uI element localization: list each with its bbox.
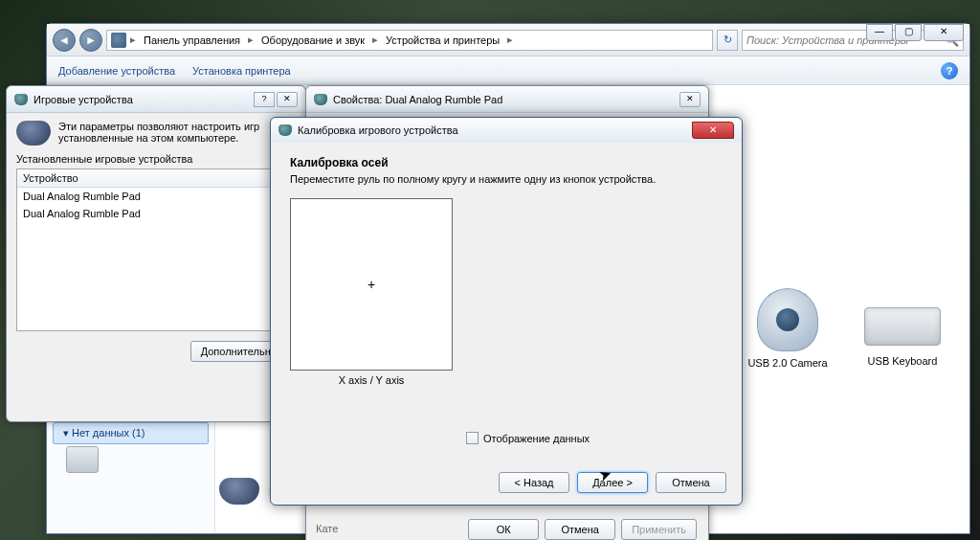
wizard-instruction: Переместите руль по полному кругу и нажм…	[290, 173, 723, 185]
list-item[interactable]: Dual Analog Rumble Pad	[17, 188, 295, 205]
category-label-cut: Кате	[316, 523, 338, 534]
dialog-titlebar[interactable]: Игровые устройства ? ✕	[7, 86, 305, 113]
no-data-section[interactable]: ▾ Нет данных (1)	[53, 422, 209, 444]
group-label: Установленные игровые устройства	[16, 153, 296, 165]
keyboard-icon	[864, 307, 941, 346]
dialog-title: Свойства: Dual Analog Rumble Pad	[333, 94, 502, 105]
wizard-heading: Калибровка осей	[290, 156, 723, 169]
dialog-title: Игровые устройства	[33, 94, 133, 105]
checkbox-label: Отображение данных	[483, 433, 590, 444]
dialog-titlebar[interactable]: Калибровка игрового устройства ✕	[271, 118, 742, 143]
cancel-button[interactable]: Отмена	[656, 472, 726, 493]
next-button[interactable]: Далее >	[577, 472, 648, 493]
crosshair-icon: +	[368, 277, 375, 292]
gamepad-icon	[219, 478, 259, 505]
dialog-description: Эти параметры позволяют настроить игр ус…	[58, 121, 296, 144]
breadcrumb-item[interactable]: Устройства и принтеры	[382, 34, 503, 46]
refresh-button[interactable]: ↻	[717, 30, 738, 51]
close-button[interactable]: ✕	[277, 92, 298, 107]
axis-calibration-box[interactable]: +	[290, 198, 453, 371]
breadcrumb[interactable]: ▸ Панель управления ▸ Оборудование и зву…	[106, 30, 713, 51]
toolbar: Добавление устройства Установка принтера…	[47, 56, 969, 85]
close-button[interactable]: ✕	[679, 92, 701, 107]
close-button[interactable]: ✕	[924, 24, 964, 41]
maximize-button[interactable]: ▢	[895, 24, 922, 41]
dialog-titlebar[interactable]: Свойства: Dual Analog Rumble Pad ✕	[306, 86, 708, 113]
gamepad-icon	[14, 94, 28, 105]
camera-icon	[757, 288, 818, 351]
device-label: USB Keyboard	[858, 355, 947, 367]
show-data-checkbox[interactable]	[466, 432, 479, 444]
nav-bar: ◄ ► ▸ Панель управления ▸ Оборудование и…	[47, 24, 969, 56]
axis-label: X axis / Y axis	[290, 374, 453, 386]
help-icon[interactable]: ?	[941, 62, 958, 79]
device-item-keyboard[interactable]: USB Keyboard	[858, 288, 947, 369]
add-device-link[interactable]: Добавление устройства	[58, 65, 175, 77]
column-header[interactable]: Устройство	[17, 169, 295, 188]
list-item[interactable]: Dual Analog Rumble Pad	[17, 205, 295, 222]
breadcrumb-item[interactable]: Оборудование и звук	[257, 34, 368, 46]
gamepad-icon	[16, 121, 51, 146]
device-list[interactable]: Устройство Dual Analog Rumble Pad Dual A…	[16, 169, 296, 331]
back-button[interactable]: < Назад	[499, 472, 569, 493]
location-icon	[111, 33, 126, 48]
help-button[interactable]: ?	[254, 92, 275, 107]
ok-button[interactable]: ОК	[468, 519, 539, 540]
close-button[interactable]: ✕	[692, 122, 734, 139]
game-devices-dialog: Игровые устройства ? ✕ Эти параметры поз…	[6, 85, 306, 422]
printer-icon[interactable]	[66, 446, 99, 473]
install-printer-link[interactable]: Установка принтера	[192, 65, 291, 77]
apply-button[interactable]: Применить	[621, 519, 697, 540]
back-button[interactable]: ◄	[53, 29, 76, 52]
forward-button[interactable]: ►	[79, 29, 102, 52]
dialog-title: Калибровка игрового устройства	[298, 124, 458, 136]
gamepad-icon	[278, 124, 292, 136]
breadcrumb-item[interactable]: Панель управления	[140, 34, 244, 46]
window-controls: — ▢ ✕	[866, 24, 964, 41]
device-label: USB 2.0 Camera	[744, 357, 832, 369]
device-item-camera[interactable]: USB 2.0 Camera	[744, 288, 832, 369]
calibration-wizard: Калибровка игрового устройства ✕ Калибро…	[270, 117, 743, 506]
gamepad-icon	[314, 94, 327, 105]
minimize-button[interactable]: —	[866, 24, 893, 41]
cancel-button[interactable]: Отмена	[545, 519, 615, 540]
